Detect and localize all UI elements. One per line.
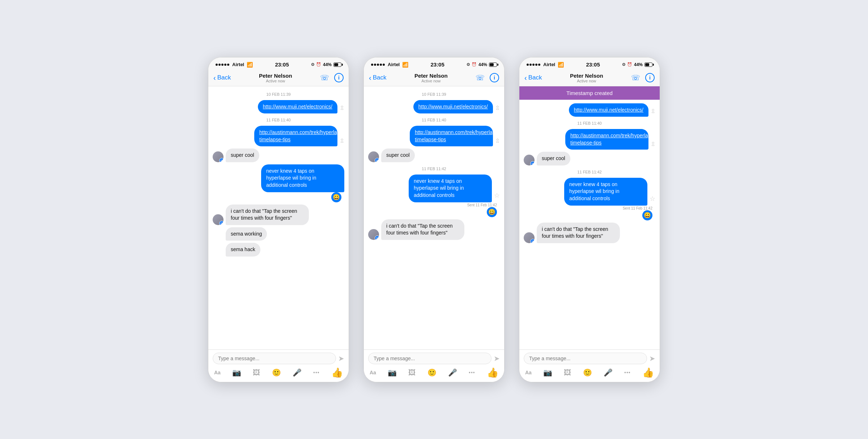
camera-icon[interactable]: 📷 bbox=[388, 368, 397, 377]
back-label: Back bbox=[528, 74, 542, 81]
phones-container: Airtel 📶 23:05 ⊙ ⏰ 44% ‹ Back Peter Nels… bbox=[208, 57, 660, 382]
signal-dots bbox=[527, 64, 540, 66]
timestamp-label: 11 FEB 11:40 bbox=[368, 118, 500, 122]
phone-phone1: Airtel 📶 23:05 ⊙ ⏰ 44% ‹ Back Peter Nels… bbox=[208, 57, 349, 382]
message-bubble: http://www.muji.net/electronics/ bbox=[258, 100, 337, 114]
back-label: Back bbox=[373, 74, 387, 81]
contact-name: Peter Nelson bbox=[259, 73, 292, 79]
status-right: ⊙ ⏰ 44% bbox=[622, 62, 652, 67]
chevron-left-icon: ‹ bbox=[524, 74, 527, 81]
photo-icon[interactable]: 🖼 bbox=[408, 369, 416, 377]
timestamp-label: 11 FEB 11:40 bbox=[213, 118, 344, 122]
status-bar: Airtel 📶 23:05 ⊙ ⏰ 44% bbox=[208, 57, 349, 70]
like-icon[interactable]: 👍 bbox=[487, 367, 498, 378]
message-row: m i can't do that "Tap the screen four t… bbox=[213, 205, 344, 225]
avatar: m bbox=[368, 229, 379, 240]
mic-icon[interactable]: 🎤 bbox=[604, 368, 613, 377]
share-icon[interactable]: ⇫ bbox=[340, 137, 344, 144]
camera-icon[interactable]: 📷 bbox=[232, 368, 241, 377]
mic-icon[interactable]: 🎤 bbox=[448, 368, 457, 377]
mic-icon[interactable]: 🎤 bbox=[293, 368, 302, 377]
photo-icon[interactable]: 🖼 bbox=[253, 369, 260, 377]
like-icon[interactable]: 👍 bbox=[331, 367, 343, 378]
share-icon[interactable]: ⇫ bbox=[651, 108, 655, 115]
message-row: ⇫ http://austinmann.com/trek/hyperlapse-… bbox=[524, 129, 655, 150]
send-icon[interactable]: ➤ bbox=[649, 354, 655, 363]
alarm-icon: ⏰ bbox=[627, 62, 632, 67]
aa-icon[interactable]: Aa bbox=[525, 370, 532, 375]
nav-bar: ‹ Back Peter Nelson Active now ☏ i bbox=[208, 70, 349, 86]
status-left: Airtel 📶 bbox=[527, 62, 564, 68]
share-icon[interactable]: ⇫ bbox=[651, 141, 655, 147]
input-area: ➤ Aa 📷 🖼 🙂 🎤 ••• 👍 bbox=[208, 349, 349, 382]
nav-center: Peter Nelson Active now bbox=[259, 73, 292, 83]
emoji-icon[interactable]: 🙂 bbox=[583, 368, 592, 377]
phone-icon[interactable]: ☏ bbox=[631, 73, 640, 82]
message-bubble: sema hack bbox=[226, 243, 260, 257]
back-button[interactable]: ‹ Back bbox=[369, 74, 386, 81]
camera-icon[interactable]: 📷 bbox=[543, 368, 552, 377]
info-icon[interactable]: i bbox=[490, 73, 499, 82]
status-left: Airtel 📶 bbox=[371, 62, 408, 68]
nav-actions: ☏ i bbox=[476, 73, 499, 82]
message-input[interactable] bbox=[368, 353, 492, 364]
contact-status: Active now bbox=[421, 79, 441, 83]
aa-icon[interactable]: Aa bbox=[214, 370, 221, 375]
phone-icon[interactable]: ☏ bbox=[476, 73, 485, 82]
star-icon[interactable]: ☆ bbox=[494, 191, 500, 202]
time-label: 23:05 bbox=[586, 61, 600, 68]
timestamp-banner: Timestamp created bbox=[519, 86, 660, 100]
message-row: ⇫ http://www.muji.net/electronics/ bbox=[368, 100, 500, 114]
back-button[interactable]: ‹ Back bbox=[213, 74, 231, 81]
input-area: ➤ Aa 📷 🖼 🙂 🎤 ••• 👍 bbox=[519, 349, 660, 382]
status-right: ⊙ ⏰ 44% bbox=[467, 62, 497, 67]
share-icon-wrap: ⇫ bbox=[495, 104, 500, 113]
message-row: ☆ never knew 4 taps on hyperlapse wil br… bbox=[409, 175, 500, 202]
share-icon-wrap: ⇫ bbox=[651, 141, 655, 150]
share-icon[interactable]: ⇫ bbox=[495, 104, 500, 111]
phone-icon[interactable]: ☏ bbox=[320, 73, 329, 82]
message-input[interactable] bbox=[213, 353, 336, 364]
message-bubble: super cool bbox=[381, 149, 415, 162]
messenger-badge: m bbox=[530, 239, 535, 243]
info-icon[interactable]: i bbox=[645, 73, 655, 82]
send-icon[interactable]: ➤ bbox=[338, 354, 344, 363]
emoji-icon[interactable]: 🙂 bbox=[427, 368, 437, 377]
message-row: m i can't do that "Tap the screen four t… bbox=[524, 223, 655, 243]
avatar: m bbox=[368, 151, 379, 162]
message-bubble: http://austinmann.com/trek/hyperlapse-ti… bbox=[254, 126, 337, 146]
message-row: never knew 4 taps on hyperlapse wil brin… bbox=[261, 164, 344, 192]
info-icon[interactable]: i bbox=[334, 73, 344, 82]
message-input[interactable] bbox=[524, 353, 647, 364]
phone-phone2: Airtel 📶 23:05 ⊙ ⏰ 44% ‹ Back Peter Nels… bbox=[363, 57, 505, 382]
status-bar: Airtel 📶 23:05 ⊙ ⏰ 44% bbox=[364, 57, 504, 70]
more-icon[interactable]: ••• bbox=[313, 370, 320, 375]
send-icon[interactable]: ➤ bbox=[494, 354, 500, 363]
battery-label: 44% bbox=[478, 62, 487, 67]
signal-dots bbox=[216, 64, 229, 66]
battery-label: 44% bbox=[634, 62, 643, 67]
aa-icon[interactable]: Aa bbox=[370, 370, 376, 375]
message-bubble: never knew 4 taps on hyperlapse wil brin… bbox=[409, 175, 492, 202]
star-icon[interactable]: ☆ bbox=[650, 195, 655, 206]
message-bubble: never knew 4 taps on hyperlapse wil brin… bbox=[261, 164, 344, 192]
photo-icon[interactable]: 🖼 bbox=[564, 369, 571, 377]
status-bar: Airtel 📶 23:05 ⊙ ⏰ 44% bbox=[519, 57, 660, 70]
emoji-reaction: 😀 bbox=[487, 207, 497, 217]
more-icon[interactable]: ••• bbox=[624, 370, 631, 375]
share-icon[interactable]: ⇫ bbox=[340, 104, 344, 111]
toolbar-row: Aa 📷 🖼 🙂 🎤 ••• 👍 bbox=[213, 367, 344, 380]
message-bubble: i can't do that "Tap the screen four tim… bbox=[381, 219, 464, 240]
share-icon[interactable]: ⇫ bbox=[495, 137, 500, 144]
wifi-icon: 📶 bbox=[402, 62, 408, 68]
emoji-icon[interactable]: 🙂 bbox=[272, 368, 281, 377]
avatar: m bbox=[213, 151, 224, 162]
signal-dots bbox=[371, 64, 385, 66]
sent-message-group: ☆ never knew 4 taps on hyperlapse wil br… bbox=[368, 175, 500, 217]
like-icon[interactable]: 👍 bbox=[642, 367, 654, 378]
message-row: sema hack bbox=[213, 243, 344, 257]
more-icon[interactable]: ••• bbox=[469, 370, 475, 375]
timestamp-label: 11 FEB 11:42 bbox=[524, 170, 655, 174]
timestamp-label: 10 FEB 11:39 bbox=[368, 92, 500, 96]
back-button[interactable]: ‹ Back bbox=[524, 74, 542, 81]
